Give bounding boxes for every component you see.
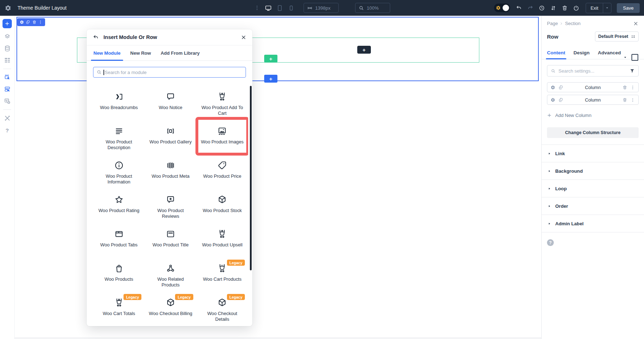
default-preset-button[interactable]: Default Preset: [595, 31, 639, 41]
module-item[interactable]: Woo Product Images: [197, 121, 248, 155]
phone-view-icon[interactable]: [288, 5, 295, 11]
layout-view-icon[interactable]: [631, 54, 638, 61]
module-label: Woo Cart Products: [203, 276, 242, 282]
module-item[interactable]: Woo Product Price: [197, 155, 248, 190]
modal-tab[interactable]: New Module: [93, 45, 121, 60]
modal-close-icon[interactable]: [241, 35, 246, 40]
panel-tab[interactable]: Design: [573, 46, 590, 59]
module-icon: [166, 298, 175, 308]
column-duplicate-icon[interactable]: [558, 85, 563, 90]
settings-search-input[interactable]: Search settings...: [547, 65, 639, 77]
settings-section-toggle[interactable]: Link: [542, 144, 644, 162]
add-module-button[interactable]: +: [357, 46, 371, 54]
filter-funnel-icon[interactable]: [630, 68, 635, 73]
module-item[interactable]: Woo Products: [93, 258, 145, 293]
panel-tab[interactable]: Content: [547, 46, 565, 59]
module-item[interactable]: Legacy Woo Cart Totals: [93, 293, 145, 325]
exit-button-label[interactable]: Exit: [586, 3, 603, 13]
module-search-placeholder: Search for a module: [105, 70, 147, 75]
settings-section-toggle[interactable]: Admin Label: [542, 215, 644, 232]
settings-section-toggle[interactable]: Order: [542, 197, 644, 215]
column-more-dots-icon[interactable]: [630, 85, 635, 90]
layers-icon[interactable]: [4, 33, 11, 40]
table-history-icon[interactable]: [4, 98, 11, 104]
tabs-caret-down-icon[interactable]: [623, 55, 627, 59]
legacy-badge: Legacy: [227, 294, 245, 300]
module-item[interactable]: Woo Product Tabs: [93, 224, 145, 258]
desktop-view-icon[interactable]: [265, 5, 272, 11]
back-arrow-icon[interactable]: [93, 34, 99, 40]
section-trash-icon[interactable]: [32, 20, 37, 24]
panel-tab[interactable]: Advanced: [598, 46, 621, 59]
module-search-input[interactable]: Search for a module: [93, 67, 246, 78]
module-item[interactable]: Woo Notice: [145, 87, 196, 121]
column-trash-icon[interactable]: [623, 85, 627, 90]
modal-tab[interactable]: Add From Library: [161, 45, 200, 60]
module-item[interactable]: Woo Product Upsell: [197, 224, 248, 258]
module-item[interactable]: Woo Product Gallery: [145, 121, 196, 155]
module-item[interactable]: Legacy Woo Cart Products: [197, 258, 248, 293]
breadcrumb-section[interactable]: Section: [565, 21, 580, 26]
module-item[interactable]: Woo Product Description: [93, 121, 145, 155]
module-item[interactable]: Legacy Woo Checkout Details: [197, 293, 248, 325]
settings-section-toggle[interactable]: Background: [542, 162, 644, 180]
panel-close-icon[interactable]: [633, 21, 638, 26]
add-new-column-button[interactable]: Add New Column: [547, 113, 639, 118]
module-item[interactable]: Woo Product Rating: [93, 190, 145, 224]
column-settings-gear-icon[interactable]: [551, 85, 555, 90]
undo-icon[interactable]: [515, 4, 523, 12]
insert-module-mode-icon[interactable]: [4, 74, 11, 81]
section-settings-gear-icon[interactable]: [20, 20, 24, 24]
builder-mode-toggle[interactable]: [494, 4, 510, 12]
canvas-zoom-input[interactable]: 100%: [355, 3, 390, 13]
modal-tab[interactable]: New Row: [130, 45, 151, 60]
section-more-dots-icon[interactable]: [38, 20, 43, 24]
column-duplicate-icon[interactable]: [558, 98, 563, 102]
module-item[interactable]: Woo Product Reviews: [145, 190, 196, 224]
module-label: Woo Product Stock: [203, 208, 242, 213]
change-column-structure-button[interactable]: Change Column Structure: [547, 127, 639, 138]
history-clock-icon[interactable]: [538, 4, 546, 12]
insert-row-mode-icon[interactable]: [4, 86, 11, 93]
save-button[interactable]: Save: [617, 3, 640, 13]
sort-arrows-icon[interactable]: [549, 4, 557, 12]
column-settings-gear-icon[interactable]: [551, 98, 555, 102]
column-row[interactable]: Column: [547, 95, 639, 105]
column-more-dots-icon[interactable]: [630, 98, 635, 102]
column-row[interactable]: Column: [547, 82, 639, 92]
column-trash-icon[interactable]: [623, 98, 627, 102]
exit-button[interactable]: Exit: [586, 3, 612, 13]
module-item[interactable]: Woo Product Add To Cart: [197, 87, 248, 121]
trash-icon[interactable]: [561, 4, 569, 12]
view-options-dots-icon[interactable]: [254, 5, 260, 11]
canvas-width-input[interactable]: 1398px: [304, 3, 339, 13]
add-row-button[interactable]: +: [264, 55, 277, 63]
exit-dropdown-caret[interactable]: [603, 3, 611, 13]
add-element-button[interactable]: [3, 19, 12, 28]
module-icon: [217, 195, 227, 205]
redo-icon[interactable]: [526, 4, 534, 12]
breadcrumb-page[interactable]: Page: [547, 21, 558, 26]
settings-section-toggle[interactable]: Loop: [542, 180, 644, 197]
module-item[interactable]: Woo Product Stock: [197, 190, 248, 224]
module-item[interactable]: Woo Product Information: [93, 155, 145, 190]
tablet-view-icon[interactable]: [276, 5, 283, 11]
module-item[interactable]: Woo Related Products: [145, 258, 196, 293]
sidebar-help-icon[interactable]: ?: [5, 127, 9, 133]
module-item[interactable]: Woo Product Meta: [145, 155, 196, 190]
module-item[interactable]: Woo Breadcrumbs: [93, 87, 145, 121]
panel-tab-label: Content: [547, 50, 565, 55]
modal-scrollbar[interactable]: [250, 86, 252, 270]
module-item[interactable]: Woo Product Title: [145, 224, 196, 258]
module-item[interactable]: Legacy Woo Checkout Billing: [145, 293, 196, 325]
power-icon[interactable]: [572, 4, 580, 12]
wireframe-rows-icon[interactable]: [4, 57, 11, 64]
database-icon[interactable]: [4, 45, 11, 52]
panel-help-icon[interactable]: ?: [547, 239, 554, 246]
module-icon: [114, 298, 124, 308]
module-label: Woo Product Gallery: [150, 139, 192, 145]
builder-settings-gear-icon[interactable]: [5, 5, 11, 11]
tools-icon[interactable]: [4, 115, 11, 122]
section-duplicate-icon[interactable]: [26, 20, 30, 24]
add-section-button[interactable]: +: [264, 75, 277, 83]
